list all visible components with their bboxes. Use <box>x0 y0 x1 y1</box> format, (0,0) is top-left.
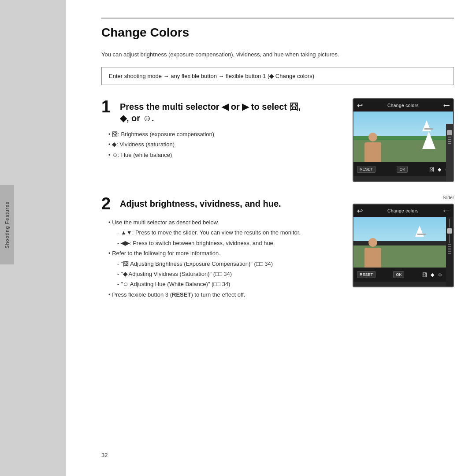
bullet-2-3: Press flexible button 3 (RESET) to turn … <box>108 290 344 300</box>
sub-bullet-2-2: ◀▶: Press to switch between brightness, … <box>117 238 344 248</box>
reset-btn-2: RESET <box>357 271 376 278</box>
bullet-1-2: ◆: Vividness (saturation) <box>108 139 344 149</box>
icon-brightness-2: 囧 <box>422 271 427 278</box>
bullet-1-1: 囧: Brightness (exposure compensation) <box>108 129 344 139</box>
step1-container: 1 Press the multi selector ◀ or ▶ to sel… <box>101 98 454 182</box>
step2-header: 2 Adjust brightness, vividness, and hue. <box>101 195 344 212</box>
slider-thumb-1 <box>447 130 452 135</box>
ok-btn-2: OK <box>393 271 404 278</box>
intro-text: You can adjust brightness (exposure comp… <box>101 50 454 59</box>
sub-bullet-2-4: "◆ Adjusting Vividness (Saturation)" (□□… <box>117 269 344 279</box>
sub-bullet-2-3: "囧 Adjusting Brightness (Exposure Compen… <box>117 259 344 269</box>
camera-screen-1: ↩ Change colors ⟵ <box>353 98 454 182</box>
bullet-1-3: ☺: Hue (white balance) <box>108 150 344 160</box>
icon-brightness: 囧 <box>429 166 434 173</box>
header-title-2: Change colors <box>387 208 419 213</box>
slider-tick-3 <box>448 141 451 142</box>
slider-tick-2 <box>448 139 451 140</box>
camera-slider-1 <box>446 124 453 182</box>
step2-title: Adjust brightness, vividness, and hue. <box>120 195 281 209</box>
top-divider <box>101 18 454 19</box>
step1-content: 1 Press the multi selector ◀ or ▶ to sel… <box>101 98 344 160</box>
step2-bullets: Use the multi selector as described belo… <box>108 217 344 300</box>
icon-vividness: ◆ <box>438 167 441 172</box>
instruction-box: Enter shooting mode → any flexible butto… <box>101 67 454 86</box>
header-title-1: Change colors <box>387 103 419 108</box>
sub-list-3: "囧 Adjusting Brightness (Exposure Compen… <box>117 259 344 290</box>
ok-btn-1: OK <box>397 166 408 173</box>
bullet-2-2: Refer to the following for more informat… <box>108 248 344 290</box>
step1-image: ↩ Change colors ⟵ <box>353 98 454 182</box>
header-right-icon-2: ⟵ <box>443 208 450 213</box>
icon-vividness-2: ◆ <box>431 272 434 278</box>
camera-bottom-bar-2: RESET OK 囧 ◆ ☺ <box>353 268 446 282</box>
step1-number: 1 <box>101 98 115 115</box>
step2-container: 2 Adjust brightness, vividness, and hue.… <box>101 195 454 300</box>
back-icon-2: ↩ <box>357 207 363 215</box>
slider-tick-4 <box>448 143 451 144</box>
step1-header: 1 Press the multi selector ◀ or ▶ to sel… <box>101 98 344 124</box>
back-icon-1: ↩ <box>357 101 363 110</box>
sidebar-label: Shooting Features <box>4 201 10 249</box>
slider-tick-1 <box>448 137 451 138</box>
camera-header-2: ↩ Change colors ⟵ <box>353 205 453 217</box>
step2-image-wrapper: Slider ↩ Change colors ⟵ <box>353 195 454 287</box>
step1-title: Press the multi selector ◀ or ▶ to selec… <box>120 98 301 124</box>
step2-content: 2 Adjust brightness, vividness, and hue.… <box>101 195 344 300</box>
sidebar-tab: Shooting Features <box>0 185 14 264</box>
slider-label: Slider <box>443 195 454 200</box>
page-title: Change Colors <box>101 26 454 40</box>
header-right-icon-1: ⟵ <box>443 103 450 108</box>
camera-screen-2: ↩ Change colors ⟵ <box>353 204 454 287</box>
step1-bullets: 囧: Brightness (exposure compensation) ◆:… <box>108 129 344 160</box>
icon-hue-2: ☺ <box>438 272 443 277</box>
instruction-text: Enter shooting mode → any flexible butto… <box>109 73 314 79</box>
reset-btn-1: RESET <box>357 166 376 173</box>
page-content: Change Colors You can adjust brightness … <box>66 0 476 476</box>
step2-number: 2 <box>101 195 115 212</box>
page-number: 32 <box>101 452 108 458</box>
camera-header-1: ↩ Change colors ⟵ <box>353 99 453 112</box>
bottom-icons-2: 囧 ◆ ☺ <box>422 271 443 278</box>
camera-bottom-bar-1: RESET OK 囧 ◆ ☺ <box>353 162 453 176</box>
sub-list-2: ▲▼: Press to move the slider. You can vi… <box>117 227 344 248</box>
bullet-2-1: Use the multi selector as described belo… <box>108 217 344 248</box>
sub-bullet-2-1: ▲▼: Press to move the slider. You can vi… <box>117 227 344 238</box>
sub-bullet-2-5: "☺ Adjusting Hue (White Balance)" (□□ 34… <box>117 279 344 289</box>
